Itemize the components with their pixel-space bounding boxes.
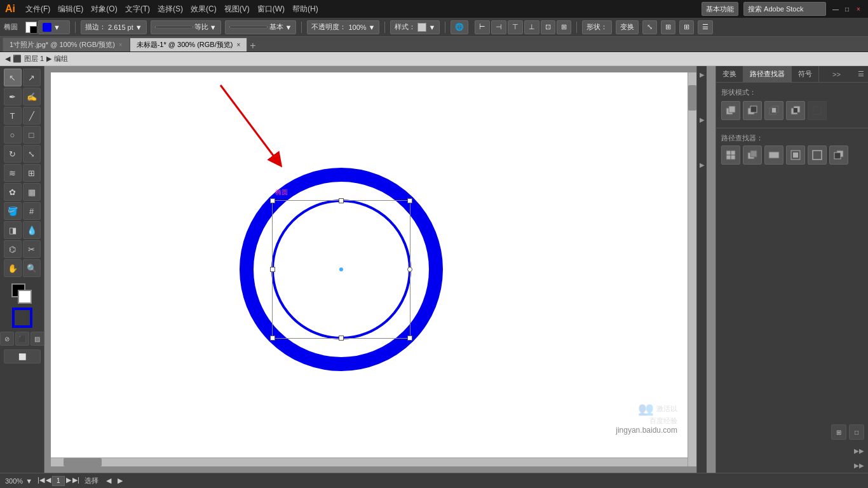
panel-more-btn[interactable]: >> [829, 71, 844, 78]
menu-file[interactable]: 文件(F) [25, 4, 50, 15]
first-page-btn[interactable]: |◀ [37, 476, 44, 486]
tab-symbols[interactable]: 符号 [792, 66, 819, 83]
collapse-right-2[interactable]: ▶ [700, 116, 705, 123]
align-v-top[interactable]: ⊥ [524, 20, 539, 34]
align-v-center[interactable]: ⊡ [541, 20, 555, 34]
panel-menu-btn[interactable]: ☰ [698, 20, 713, 34]
blend-tool[interactable]: ⌬ [4, 240, 22, 258]
panel-collapse-1[interactable]: ▶▶ [854, 447, 864, 454]
stroke-profile[interactable]: 等比 ▼ [151, 20, 221, 34]
direct-select-tool[interactable]: ↗ [23, 69, 41, 86]
align-h-right[interactable]: ⊤ [508, 20, 523, 34]
shape-unite-btn[interactable] [721, 101, 740, 120]
breadcrumb-back[interactable]: ◀ [5, 55, 10, 63]
tab-untitled-close[interactable]: × [236, 41, 240, 48]
canvas-scrollbar-vertical[interactable] [688, 72, 696, 466]
stroke-color-swatch[interactable] [12, 308, 32, 328]
style-control[interactable]: 样式： ▼ [390, 20, 440, 34]
pf-trim-btn[interactable] [743, 146, 762, 165]
handle-bottom-right[interactable] [407, 336, 412, 341]
grid-view-btn[interactable]: ⊞ [679, 20, 694, 34]
ellipse-tool[interactable]: ○ [4, 126, 22, 144]
gradient-tool[interactable]: ◨ [4, 221, 22, 239]
text-tool[interactable]: T [4, 107, 22, 125]
opacity-control[interactable]: 不透明度： 100% ▼ [307, 20, 379, 34]
transform-btn[interactable]: 变换 [616, 20, 639, 34]
hand-tool[interactable]: ✋ [4, 259, 22, 277]
canvas-scrollbar-horizontal[interactable] [51, 458, 688, 466]
tab-photo[interactable]: 1寸照片.jpg* @ 100% (RGB/预览) × [3, 37, 130, 51]
stroke-width-container[interactable]: 描边： 2.615 pt ▼ [81, 20, 147, 34]
align-h-center[interactable]: ⊣ [491, 20, 506, 34]
eyedropper[interactable]: 💧 [23, 221, 41, 239]
handle-top-right[interactable] [407, 198, 412, 203]
zoom-tool[interactable]: 🔍 [23, 259, 41, 277]
tab-pathfinder[interactable]: 路径查找器 [743, 66, 792, 83]
handle-bottom-middle[interactable] [339, 336, 344, 341]
menu-text[interactable]: 文字(T) [125, 4, 150, 15]
color-gradient[interactable]: ▨ [31, 332, 44, 346]
menu-edit[interactable]: 编辑(E) [58, 4, 83, 15]
scale-tool[interactable]: ⤡ [23, 145, 41, 163]
artboard-nav-right[interactable]: ▶ [118, 477, 123, 485]
tab-transform[interactable]: 变换 [716, 66, 743, 83]
warp-tool[interactable]: ≋ [4, 164, 22, 182]
shape-minus-front-btn[interactable] [743, 101, 762, 120]
zoom-dropdown[interactable]: ▼ [25, 477, 32, 485]
menu-select[interactable]: 选择(S) [158, 4, 183, 15]
handle-bottom-left[interactable] [270, 336, 275, 341]
menu-view[interactable]: 视图(V) [224, 4, 250, 15]
pen-tool[interactable]: ✒ [4, 88, 22, 105]
free-transform[interactable]: ⊞ [23, 164, 41, 182]
column-tool[interactable]: ▦ [23, 183, 41, 201]
pf-merge-btn[interactable] [764, 146, 783, 165]
align-h-left[interactable]: ⊢ [475, 20, 490, 34]
collapse-right-1[interactable]: ▶ [700, 71, 705, 78]
breadcrumb-layer[interactable]: 图层 1 [24, 54, 44, 64]
collapse-right-3[interactable]: ▶ [700, 161, 705, 168]
fill-color-swatch[interactable] [25, 22, 37, 33]
shape-exclude-btn[interactable] [786, 101, 805, 120]
page-number-input[interactable] [52, 476, 65, 486]
change-screen[interactable]: ⬜ [4, 349, 41, 363]
breadcrumb-group[interactable]: 编组 [54, 54, 68, 64]
color-solid[interactable]: ⬛ [15, 332, 29, 346]
stroke-style[interactable]: 基本 ▼ [225, 20, 297, 34]
artboard-nav-left[interactable]: ◀ [106, 477, 111, 485]
menu-effect[interactable]: 效果(C) [191, 4, 217, 15]
select-tool[interactable]: ↖ [4, 69, 22, 86]
pf-divide-btn[interactable] [721, 146, 740, 165]
scissors[interactable]: ✂ [23, 240, 41, 258]
maximize-button[interactable]: □ [843, 4, 851, 13]
menu-object[interactable]: 对象(O) [91, 4, 117, 15]
globe-icon-btn[interactable]: 🌐 [451, 20, 468, 34]
panel-collapse-2[interactable]: ▶▶ [854, 462, 864, 469]
rect-tool[interactable]: □ [23, 126, 41, 144]
transform-extra[interactable]: ⤡ [642, 20, 657, 34]
tab-untitled[interactable]: 未标题-1* @ 300% (RGB/预览) × [130, 37, 248, 51]
zoom-control[interactable]: 300% ▼ [5, 477, 32, 485]
handle-middle-left[interactable] [270, 267, 275, 272]
color-none[interactable]: ⊘ [0, 332, 14, 346]
pf-minus-back-btn[interactable] [829, 146, 848, 165]
minimize-button[interactable]: — [831, 4, 840, 13]
next-page-btn[interactable]: ▶ [66, 476, 71, 486]
handle-top-middle[interactable] [339, 198, 344, 203]
mesh-tool[interactable]: # [23, 202, 41, 220]
last-page-btn[interactable]: ▶| [72, 476, 79, 486]
shape-intersect-btn[interactable] [764, 101, 783, 120]
distribute-btn[interactable]: ⊞ [661, 20, 675, 34]
tab-photo-close[interactable]: × [119, 41, 123, 48]
add-anchor-tool[interactable]: ✍ [23, 88, 41, 105]
background-color[interactable] [18, 290, 32, 304]
new-tab-button[interactable]: + [250, 40, 255, 51]
workspace-switcher[interactable]: 基本功能 [702, 2, 738, 16]
handle-middle-right[interactable] [407, 267, 412, 272]
menu-help[interactable]: 帮助(H) [292, 4, 318, 15]
rotate-tool[interactable]: ↻ [4, 145, 22, 163]
symbol-tool[interactable]: ✿ [4, 183, 22, 201]
prev-page-btn[interactable]: ◀ [46, 476, 51, 486]
handle-top-left[interactable] [270, 198, 275, 203]
pf-crop-btn[interactable] [786, 146, 805, 165]
panel-menu-icon[interactable]: ☰ [854, 70, 868, 78]
